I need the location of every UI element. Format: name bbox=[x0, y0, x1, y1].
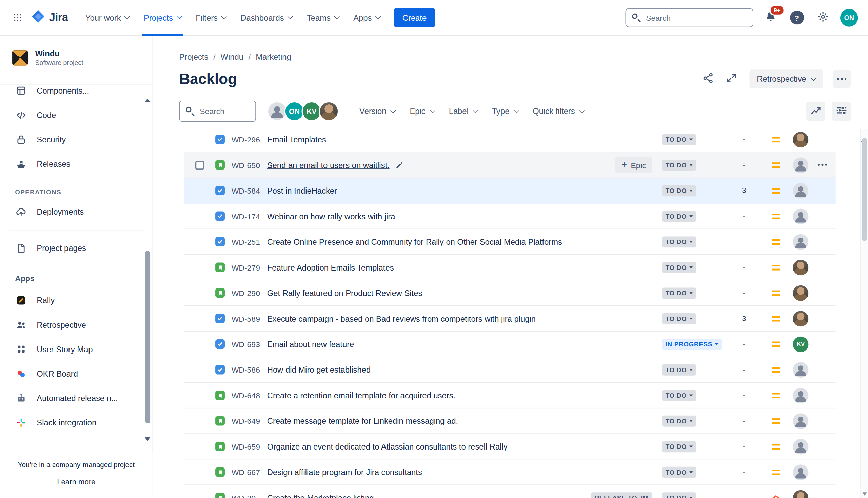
status-dropdown[interactable]: TO DO bbox=[662, 441, 696, 452]
assignee-cell[interactable] bbox=[788, 285, 813, 301]
table-row[interactable]: WD-584 Post in IndieHacker + TO DO 3 bbox=[184, 178, 836, 204]
issue-summary[interactable]: Create a retention email template for ac… bbox=[267, 391, 456, 400]
assignee-cell[interactable] bbox=[788, 413, 813, 429]
nav-item-your-work[interactable]: Your work bbox=[78, 0, 136, 35]
status-dropdown[interactable]: TO DO bbox=[662, 134, 696, 145]
project-header[interactable]: Windu Software project bbox=[0, 36, 153, 76]
assignee-cell[interactable] bbox=[788, 132, 813, 147]
status-dropdown[interactable]: TO DO bbox=[662, 159, 696, 171]
issue-summary[interactable]: Create Online Presence and Community for… bbox=[267, 237, 562, 246]
issue-summary[interactable]: Create message template for Linkedin mes… bbox=[267, 416, 458, 425]
fullscreen-button[interactable] bbox=[722, 69, 741, 89]
sidebar-item-automated-release-n[interactable]: Automated release n... bbox=[0, 386, 153, 410]
default-avatar[interactable] bbox=[793, 413, 808, 429]
learn-more-link[interactable]: Learn more bbox=[57, 478, 95, 486]
table-row[interactable]: WD-290 Get Rally featured on Product Rev… bbox=[184, 280, 836, 306]
status-dropdown[interactable]: TO DO bbox=[662, 313, 696, 324]
sidebar-item-retrospective[interactable]: Retrospective bbox=[0, 313, 153, 337]
page-more-button[interactable] bbox=[833, 70, 851, 88]
sidebar-item-code[interactable]: Code bbox=[0, 103, 153, 128]
app-switcher-icon[interactable] bbox=[8, 8, 27, 27]
status-dropdown[interactable]: TO DO bbox=[662, 492, 696, 498]
breadcrumb-item-windu[interactable]: Windu bbox=[221, 52, 244, 61]
issue-summary[interactable]: Feature Adoption Emails Templates bbox=[267, 263, 394, 272]
insights-button[interactable] bbox=[806, 102, 825, 121]
default-avatar[interactable] bbox=[793, 362, 808, 377]
default-avatar[interactable] bbox=[793, 209, 808, 224]
issue-summary[interactable]: Post in IndieHacker bbox=[267, 186, 337, 195]
assignee-cell[interactable] bbox=[788, 464, 813, 480]
photo-avatar[interactable] bbox=[319, 101, 339, 121]
default-avatar[interactable] bbox=[793, 464, 808, 480]
share-button[interactable] bbox=[698, 69, 718, 89]
main-scrollbar-thumb[interactable] bbox=[862, 138, 867, 241]
nav-item-filters[interactable]: Filters bbox=[188, 0, 233, 35]
table-row[interactable]: WD-648 Create a retention email template… bbox=[184, 383, 836, 408]
sidebar-scrollbar-thumb[interactable] bbox=[145, 251, 150, 423]
scroll-down-arrow[interactable] bbox=[862, 492, 867, 496]
sidebar-item-components[interactable]: Components... bbox=[0, 84, 153, 103]
issue-summary[interactable]: Webinar on how rally works with jira bbox=[267, 211, 395, 220]
status-dropdown[interactable]: TO DO bbox=[662, 467, 696, 478]
issue-summary[interactable]: Execute campaign - based on Bad reviews … bbox=[267, 314, 536, 323]
initials-avatar[interactable]: KV bbox=[793, 336, 808, 352]
edit-summary-icon[interactable] bbox=[395, 160, 404, 169]
issue-summary[interactable]: Send an email to users on waitlist. bbox=[267, 160, 390, 169]
photo-avatar[interactable] bbox=[793, 311, 808, 326]
sidebar-item-security[interactable]: Security bbox=[0, 128, 153, 152]
assignee-cell[interactable] bbox=[788, 439, 813, 454]
assignee-cell[interactable] bbox=[788, 183, 813, 198]
table-row[interactable]: WD-650 Send an email to users on waitlis… bbox=[184, 153, 836, 178]
default-avatar[interactable] bbox=[793, 439, 808, 454]
breadcrumb-item-marketing[interactable]: Marketing bbox=[256, 52, 291, 61]
photo-avatar[interactable] bbox=[793, 490, 808, 498]
sidebar-scrollbar[interactable] bbox=[145, 89, 150, 441]
global-search-input[interactable] bbox=[626, 8, 753, 27]
nav-item-dashboards[interactable]: Dashboards bbox=[233, 0, 300, 35]
default-avatar[interactable] bbox=[793, 157, 808, 173]
nav-item-teams[interactable]: Teams bbox=[300, 0, 346, 35]
row-checkbox[interactable] bbox=[195, 160, 204, 169]
status-dropdown[interactable]: TO DO bbox=[662, 211, 696, 222]
nav-item-projects[interactable]: Projects bbox=[137, 0, 188, 35]
filter-epic[interactable]: Epic bbox=[403, 100, 442, 122]
issue-summary[interactable]: Organize an event dedicated to Atlassian… bbox=[267, 442, 508, 451]
sidebar-item-releases[interactable]: Releases bbox=[0, 152, 153, 176]
table-row[interactable]: WD-174 Webinar on how rally works with j… bbox=[184, 204, 836, 229]
issue-summary[interactable]: Email Templates bbox=[267, 135, 326, 144]
table-row[interactable]: WD-30 Create the Marketplace listing + R… bbox=[184, 485, 836, 498]
table-row[interactable]: WD-251 Create Online Presence and Commun… bbox=[184, 229, 836, 254]
filter-version[interactable]: Version bbox=[352, 100, 403, 122]
table-row[interactable]: WD-667 Design affiliate program for Jira… bbox=[184, 459, 836, 485]
scroll-down-arrow[interactable] bbox=[145, 437, 150, 441]
status-dropdown[interactable]: TO DO bbox=[662, 236, 696, 248]
status-dropdown[interactable]: TO DO bbox=[662, 262, 696, 273]
sidebar-item-okr-board[interactable]: OKR Board bbox=[0, 362, 153, 386]
table-row[interactable]: WD-589 Execute campaign - based on Bad r… bbox=[184, 306, 836, 331]
filter-type[interactable]: Type bbox=[485, 100, 526, 122]
status-dropdown[interactable]: TO DO bbox=[662, 364, 696, 375]
default-avatar[interactable] bbox=[793, 234, 808, 249]
settings-button[interactable] bbox=[814, 9, 832, 26]
scroll-up-arrow[interactable] bbox=[145, 89, 150, 102]
assignee-cell[interactable] bbox=[788, 490, 813, 498]
table-row[interactable]: WD-693 Email about new feature + IN PROG… bbox=[184, 331, 836, 357]
assignee-cell[interactable] bbox=[788, 388, 813, 403]
notifications-button[interactable]: 9+ bbox=[762, 9, 780, 26]
sidebar-item-slack-integration[interactable]: Slack integration bbox=[0, 410, 153, 435]
sidebar-item-rally[interactable]: Rally bbox=[0, 288, 153, 313]
table-row[interactable]: WD-586 How did Miro get established + TO… bbox=[184, 357, 836, 383]
table-row[interactable]: WD-649 Create message template for Linke… bbox=[184, 408, 836, 434]
assignee-cell[interactable]: KV bbox=[788, 336, 813, 352]
status-dropdown[interactable]: TO DO bbox=[662, 287, 696, 299]
default-avatar[interactable] bbox=[793, 183, 808, 198]
jira-logo[interactable]: Jira bbox=[31, 10, 68, 26]
filter-label[interactable]: Label bbox=[442, 100, 485, 122]
assignee-cell[interactable] bbox=[788, 234, 813, 249]
main-scrollbar[interactable] bbox=[860, 129, 868, 498]
assignee-cell[interactable] bbox=[788, 311, 813, 326]
issue-summary[interactable]: Create the Marketplace listing bbox=[267, 493, 374, 498]
table-row[interactable]: WD-296 Email Templates + TO DO - bbox=[184, 130, 836, 153]
sidebar-item-deployments[interactable]: Deployments bbox=[0, 200, 153, 224]
assignee-cell[interactable] bbox=[788, 260, 813, 275]
